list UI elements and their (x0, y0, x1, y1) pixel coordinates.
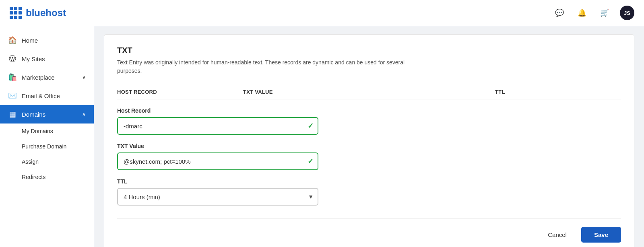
sidebar-label-marketplace: Marketplace (22, 74, 77, 81)
main-content: TXT Text Entry was originally intended f… (94, 26, 644, 247)
sidebar-item-purchase-domain[interactable]: Purchase Domain (0, 139, 94, 154)
bell-icon: 🔔 (578, 8, 586, 17)
domains-icon: ▦ (8, 110, 17, 119)
wordpress-icon: Ⓦ (8, 54, 17, 63)
table-header-row: Host Record TXT Value TTL (117, 85, 621, 99)
host-record-input[interactable] (117, 117, 318, 135)
txt-value-label: TXT Value (117, 143, 318, 149)
th-ttl: TTL (495, 89, 621, 95)
sidebar-item-marketplace[interactable]: 🛍️ Marketplace ∨ (0, 68, 94, 86)
logo-text: bluehost (26, 7, 66, 19)
email-icon: ✉️ (8, 91, 17, 100)
host-record-label: Host Record (117, 107, 318, 114)
sidebar-item-domains[interactable]: ▦ Domains ∧ (0, 105, 94, 124)
host-record-input-wrapper: ✓ (117, 117, 318, 135)
sidebar-item-my-sites[interactable]: Ⓦ My Sites (0, 49, 94, 68)
txt-value-input-wrapper: ✓ (117, 152, 318, 170)
logo[interactable]: bluehost (10, 7, 66, 19)
header-actions: 💬 🔔 🛒 JS (552, 6, 634, 20)
ttl-select[interactable]: 4 Hours (min) 1 Hour 2 Hours 8 Hours 12 … (117, 188, 318, 206)
ttl-label: TTL (117, 178, 318, 185)
top-header: bluehost 💬 🔔 🛒 JS (0, 0, 644, 26)
chat-icon: 💬 (555, 8, 564, 17)
sidebar-item-email-office[interactable]: ✉️ Email & Office (0, 86, 94, 105)
cancel-button[interactable]: Cancel (540, 227, 575, 242)
sidebar-item-home[interactable]: 🏠 Home (0, 31, 94, 49)
marketplace-icon: 🛍️ (8, 73, 17, 82)
th-host-record: Host Record (117, 89, 243, 95)
sidebar-item-my-domains[interactable]: My Domains (0, 124, 94, 139)
sidebar-label-my-sites: My Sites (22, 56, 86, 62)
section-title: TXT (117, 46, 621, 55)
ttl-group: TTL 4 Hours (min) 1 Hour 2 Hours 8 Hours… (117, 178, 318, 206)
marketplace-chevron-icon: ∨ (82, 74, 86, 80)
main-layout: 🏠 Home Ⓦ My Sites 🛍️ Marketplace ∨ ✉️ Em… (0, 0, 644, 247)
sidebar-label-email-office: Email & Office (22, 93, 86, 99)
content-card: TXT Text Entry was originally intended f… (104, 34, 634, 247)
sidebar-label-domains: Domains (22, 111, 77, 118)
sidebar-label-home: Home (22, 37, 86, 44)
txt-value-input[interactable] (117, 152, 318, 170)
sidebar-item-assign[interactable]: Assign (0, 154, 94, 169)
host-record-group: Host Record ✓ (117, 107, 318, 135)
cart-icon: 🛒 (600, 8, 609, 17)
bell-icon-button[interactable]: 🔔 (575, 6, 589, 20)
domains-chevron-icon: ∧ (82, 111, 86, 117)
txt-value-valid-icon: ✓ (308, 157, 314, 166)
th-txt-value: TXT Value (243, 89, 495, 95)
section-description: Text Entry was originally intended for h… (117, 58, 407, 75)
sidebar: 🏠 Home Ⓦ My Sites 🛍️ Marketplace ∨ ✉️ Em… (0, 26, 94, 247)
logo-grid-icon (10, 7, 22, 19)
txt-value-group: TXT Value ✓ (117, 143, 318, 170)
cart-icon-button[interactable]: 🛒 (597, 6, 612, 20)
chat-icon-button[interactable]: 💬 (552, 6, 567, 20)
action-row: Cancel Save (117, 218, 621, 243)
save-button[interactable]: Save (581, 227, 621, 243)
ttl-select-wrapper: 4 Hours (min) 1 Hour 2 Hours 8 Hours 12 … (117, 188, 318, 206)
host-record-valid-icon: ✓ (308, 121, 314, 130)
avatar[interactable]: JS (620, 6, 634, 20)
sidebar-item-redirects[interactable]: Redirects (0, 169, 94, 185)
home-icon: 🏠 (8, 36, 17, 45)
